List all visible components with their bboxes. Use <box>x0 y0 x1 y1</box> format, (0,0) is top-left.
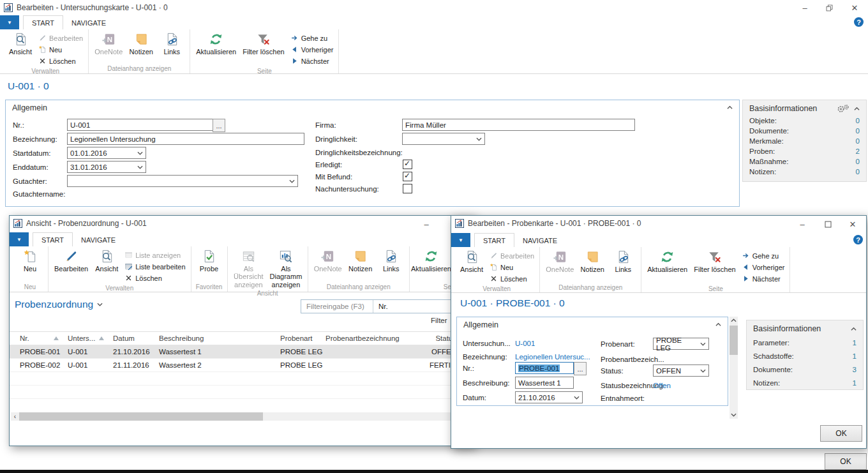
bearbeiten-button[interactable]: Bearbeiten <box>488 250 536 261</box>
nr-lookup-button[interactable]: ... <box>574 362 587 375</box>
naechster-button[interactable]: Nächster <box>288 56 336 66</box>
ansicht-button[interactable]: Ansicht <box>92 248 121 273</box>
scroll-left-icon[interactable]: ‹ <box>11 412 19 421</box>
bezeichnung-input[interactable]: Legionellen Untersuchung <box>67 133 304 145</box>
bearbeiten-button[interactable]: Bearbeiten <box>36 33 85 43</box>
vertical-scrollbar[interactable] <box>730 317 738 419</box>
collapse-chevron-icon[interactable] <box>854 106 860 112</box>
horizontal-scrollbar[interactable]: ‹ <box>11 412 470 421</box>
filter-loeschen-button[interactable]: Filter löschen <box>691 249 738 273</box>
main-restore-button[interactable] <box>819 1 839 14</box>
main-close-button[interactable]: ✕ <box>845 1 864 14</box>
loeschen-button[interactable]: Löschen <box>36 56 85 66</box>
main-help-icon[interactable]: ? <box>854 17 864 27</box>
table-row[interactable]: PROBE-002U-001 21.11.2016Wassertest 2 PR… <box>10 358 474 372</box>
bezeichnung-value-link[interactable]: Legionellen Untersuc... <box>515 353 590 361</box>
filter-loeschen-button[interactable]: Filter löschen <box>240 31 287 56</box>
liste-anzeigen-button[interactable]: Liste anzeigen <box>123 250 187 260</box>
collapse-chevron-icon[interactable] <box>715 322 721 327</box>
aktualisieren-button[interactable]: Aktualisieren <box>193 31 239 56</box>
table-row[interactable]: PROBE-001U-001 21.10.2016Wassertest 1 PR… <box>10 345 474 359</box>
scrollbar-thumb[interactable] <box>730 326 738 355</box>
gehe-zu-button[interactable]: Gehe zu <box>288 33 336 43</box>
statusbez-value-link[interactable]: Offen <box>653 382 671 389</box>
startdatum-combo[interactable]: 01.01.2016 <box>67 147 146 159</box>
links-button[interactable]: Links <box>157 31 186 56</box>
card-minimize-button[interactable]: – <box>793 218 812 230</box>
scrollbar-thumb[interactable] <box>19 412 263 421</box>
card-tab-navigate[interactable]: NAVIGATE <box>514 234 565 247</box>
vorheriger-button[interactable]: Vorheriger <box>740 262 787 273</box>
probenart-combo[interactable]: PROBE LEG <box>653 338 709 350</box>
enddatum-combo[interactable]: 31.01.2016 <box>67 161 146 173</box>
list-tab-start[interactable]: START <box>33 232 73 247</box>
status-combo[interactable]: OFFEN <box>653 364 709 377</box>
card-allgemein-header[interactable]: Allgemein <box>457 317 728 332</box>
main-minimize-button[interactable]: – <box>795 1 814 14</box>
nr-input[interactable]: PROBE-001 <box>515 362 574 374</box>
naechster-button[interactable]: Nächster <box>740 273 787 284</box>
ansicht-button[interactable]: Ansicht <box>457 249 486 273</box>
column-header-unters[interactable]: Unters... <box>68 334 113 342</box>
probe-button[interactable]: Probe <box>195 248 224 273</box>
column-header-beschreibung[interactable]: Beschreibung <box>159 334 280 342</box>
nr-lookup-button[interactable]: ... <box>213 119 225 132</box>
liste-bearbeiten-button[interactable]: Liste bearbeiten <box>123 261 187 272</box>
column-header-nr[interactable]: Nr. <box>20 334 68 342</box>
gutachter-combo[interactable] <box>67 175 298 187</box>
collapse-chevron-icon[interactable] <box>727 105 733 110</box>
collapse-chevron-icon[interactable] <box>851 326 857 332</box>
datum-combo[interactable]: 21.10.2016 <box>515 391 583 403</box>
card-tab-start[interactable]: START <box>474 233 514 248</box>
main-allgemein-header[interactable]: Allgemein <box>6 100 739 115</box>
filter-column-select[interactable]: Nr. <box>373 303 393 310</box>
dringlichkeit-combo[interactable] <box>402 133 485 145</box>
notizen-button[interactable]: Notizen <box>578 249 607 273</box>
mit-befund-checkbox[interactable] <box>403 172 412 181</box>
main-app-menu-button[interactable]: ▼ <box>0 15 19 29</box>
main-tab-start[interactable]: START <box>23 15 63 30</box>
card-app-menu-button[interactable]: ▼ <box>451 233 470 247</box>
links-button[interactable]: Links <box>608 249 638 273</box>
column-header-probenart[interactable]: Probenart <box>280 334 326 342</box>
column-header-datum[interactable]: Datum <box>113 334 159 342</box>
neu-button[interactable]: Neu <box>488 262 536 273</box>
card-maximize-button[interactable] <box>818 218 837 230</box>
scroll-down-icon[interactable] <box>731 413 737 417</box>
scroll-up-icon[interactable] <box>731 319 737 322</box>
onenote-button[interactable]: OneNote <box>543 249 576 273</box>
list-minimize-button[interactable]: – <box>417 218 436 230</box>
links-button[interactable]: Links <box>377 248 406 273</box>
onenote-button[interactable]: OneNote <box>311 248 345 273</box>
column-header-probenartbezeichnung[interactable]: Probenartbezeichnung <box>326 334 422 342</box>
loeschen-button[interactable]: Löschen <box>123 273 187 283</box>
card-ok-button[interactable]: OK <box>820 425 862 442</box>
list-tab-navigate[interactable]: NAVIGATE <box>73 233 124 246</box>
vorheriger-button[interactable]: Vorheriger <box>288 44 336 55</box>
neu-button[interactable]: Neu <box>36 44 85 55</box>
aktualisieren-button[interactable]: Aktualisieren <box>645 249 690 273</box>
list-page-title[interactable]: Probenzuordnung <box>15 299 103 310</box>
aktualisieren-button[interactable]: Aktualisieren <box>413 248 450 273</box>
nachuntersuchung-checkbox[interactable] <box>403 184 412 193</box>
als-uebersicht-button[interactable]: Als Übersicht anzeigen <box>231 248 267 289</box>
untersuchung-value-link[interactable]: U-001 <box>515 340 535 347</box>
firma-input[interactable]: Firma Müller <box>402 119 635 131</box>
beschreibung-input[interactable]: Wassertest 1 <box>515 377 574 389</box>
list-app-menu-button[interactable]: ▼ <box>10 232 29 246</box>
neu-button[interactable]: Neu <box>15 248 45 273</box>
notizen-button[interactable]: Notizen <box>126 31 156 56</box>
als-diagramm-button[interactable]: Als Diagramm anzeigen <box>267 248 304 289</box>
erledigt-checkbox[interactable] <box>403 160 412 169</box>
card-help-icon[interactable]: ? <box>853 235 863 244</box>
bearbeiten-button[interactable]: Bearbeiten <box>52 248 91 273</box>
card-close-button[interactable]: ✕ <box>843 218 862 230</box>
notizen-button[interactable]: Notizen <box>346 248 375 273</box>
filter-input[interactable]: Filtereingabe (F3) <box>301 303 373 310</box>
main-ok-button[interactable]: OK <box>825 453 867 470</box>
gears-icon[interactable] <box>836 104 850 113</box>
nr-input[interactable]: U-001 <box>67 119 215 131</box>
ansicht-button[interactable]: Ansicht <box>6 31 35 56</box>
onenote-button[interactable]: OneNote <box>92 31 125 56</box>
main-tab-navigate[interactable]: NAVIGATE <box>63 16 114 29</box>
